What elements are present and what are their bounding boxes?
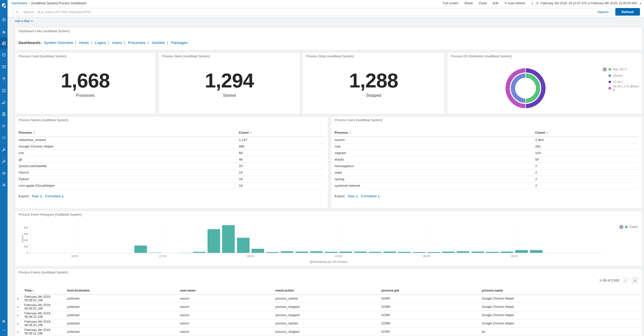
- sidebar-item-apm[interactable]: [0, 120, 8, 131]
- export-formatted-link[interactable]: Formatted: [361, 194, 380, 198]
- breadcrumb-dashboard-link[interactable]: Dashboard: [12, 2, 27, 5]
- table-row: Python18: [19, 176, 325, 182]
- add-filter-link[interactable]: Add a filter+: [15, 19, 33, 23]
- sidebar-expand-icon[interactable]: →: [0, 327, 8, 332]
- time-prev-icon[interactable]: ‹: [531, 1, 533, 5]
- row-expand-icon[interactable]: ▸: [17, 322, 19, 325]
- column-header-username[interactable]: user.name: [180, 287, 275, 294]
- export-formatted-link[interactable]: Formatted: [45, 194, 64, 198]
- time-next-icon[interactable]: ›: [639, 1, 641, 5]
- link-processes[interactable]: Processes: [128, 40, 146, 45]
- histogram-bar[interactable]: [442, 252, 455, 253]
- link-packages[interactable]: Packages: [171, 40, 188, 45]
- column-header-process-pid[interactable]: process.pid: [381, 287, 482, 294]
- column-header-event-action[interactable]: event.action: [275, 287, 381, 294]
- histogram-bar[interactable]: [354, 252, 367, 253]
- link-logins[interactable]: Logins: [95, 40, 106, 45]
- histogram-bar[interactable]: [383, 252, 396, 253]
- panel-process-stops: Process Stops [Auditbeat System] 1,288 S…: [302, 52, 445, 114]
- sidebar-item-monitoring[interactable]: [0, 168, 8, 179]
- machine-learning-icon: [2, 88, 6, 93]
- sidebar-item-maps[interactable]: [0, 73, 8, 84]
- row-expand-icon[interactable]: ▸: [17, 305, 19, 308]
- histogram-bar[interactable]: [515, 250, 528, 253]
- legend-item[interactable]: 18.04.1 LTS (Bionic B...: [613, 85, 642, 92]
- full-screen-button[interactable]: Full screen: [443, 2, 458, 5]
- column-header-process[interactable]: Process⇅: [19, 129, 239, 136]
- sidebar-item-canvas[interactable]: [0, 61, 8, 72]
- link-sockets[interactable]: Sockets: [152, 40, 165, 45]
- legend-toggle-icon[interactable]: ›: [603, 67, 607, 71]
- sidebar-item-management[interactable]: [0, 179, 8, 190]
- sidebar-item-graph[interactable]: [0, 144, 8, 155]
- histogram-bar[interactable]: [413, 252, 425, 253]
- histogram-bar[interactable]: [486, 252, 499, 253]
- histogram-bar[interactable]: [369, 252, 381, 253]
- kibana-logo-icon[interactable]: [0, 1, 8, 10]
- sidebar-item-discover[interactable]: [0, 14, 8, 25]
- search-input[interactable]: [23, 10, 594, 14]
- sidebar-item-logs[interactable]: [0, 109, 8, 120]
- sidebar-item-timelion[interactable]: [0, 50, 8, 61]
- row-expand-icon[interactable]: ▸: [17, 330, 19, 333]
- histogram-bar[interactable]: [339, 252, 352, 253]
- column-header-process-name[interactable]: process.name: [482, 287, 640, 294]
- histogram-bar[interactable]: [193, 252, 206, 253]
- legend-item[interactable]: Ubuntu: [613, 74, 623, 77]
- histogram-plot[interactable]: Count 18:0021:0000:0003:0006:0009:000200…: [30, 225, 602, 253]
- histogram-bar[interactable]: [281, 251, 293, 253]
- sidebar-item-dashboard[interactable]: [0, 38, 8, 49]
- column-header-count[interactable]: Count⇅: [535, 129, 638, 136]
- time-range-button[interactable]: February 3rd 2019, 16:22:07.472 to Febru…: [541, 2, 637, 5]
- os-donut-chart[interactable]: [504, 67, 547, 110]
- breadcrumb-separator: /: [29, 2, 29, 5]
- histogram-bar[interactable]: [266, 252, 279, 253]
- row-expand-icon[interactable]: ▸: [17, 297, 19, 300]
- histogram-bar[interactable]: [296, 252, 308, 253]
- legend-item[interactable]: Count: [629, 225, 637, 229]
- histogram-bar[interactable]: [457, 251, 469, 253]
- query-options-link[interactable]: Options: [597, 10, 609, 14]
- row-expand-icon[interactable]: ▸: [17, 314, 19, 317]
- histogram-bar[interactable]: [325, 252, 337, 253]
- column-header-count[interactable]: Count⇅: [239, 129, 325, 136]
- histogram-bar[interactable]: [178, 253, 191, 253]
- column-header-hostname[interactable]: host.hostname: [67, 287, 180, 294]
- link-system-overview[interactable]: System Overview: [44, 40, 73, 45]
- page-prev-button[interactable]: ‹: [622, 277, 629, 284]
- legend-toggle-icon[interactable]: ›: [619, 225, 623, 229]
- x-tick-label: 09:00: [507, 255, 522, 258]
- sidebar-item-dev-tools[interactable]: [0, 156, 8, 167]
- histogram-bar[interactable]: [530, 250, 543, 253]
- sidebar-item-machine-learning[interactable]: [0, 85, 8, 96]
- column-header-process[interactable]: Process⇅: [335, 129, 535, 136]
- histogram-bar[interactable]: [252, 249, 264, 253]
- legend-item[interactable]: 10.14.2: [613, 80, 623, 84]
- histogram-bar[interactable]: [237, 238, 250, 253]
- link-hosts[interactable]: Hosts: [79, 40, 89, 45]
- clone-button[interactable]: Clone: [479, 2, 487, 5]
- histogram-bar[interactable]: [134, 246, 147, 253]
- space-badge[interactable]: D: [1, 318, 7, 324]
- page-next-button[interactable]: ›: [631, 277, 638, 284]
- histogram-bar[interactable]: [471, 252, 484, 253]
- export-raw-link[interactable]: Raw: [32, 194, 43, 198]
- histogram-bar[interactable]: [208, 229, 220, 253]
- edit-button[interactable]: Edit: [493, 2, 499, 5]
- link-users[interactable]: Users: [112, 40, 122, 45]
- histogram-bar[interactable]: [149, 253, 162, 253]
- export-raw-link[interactable]: Raw: [348, 194, 358, 198]
- column-header-time[interactable]: Time▾: [24, 287, 67, 294]
- legend-item[interactable]: Mac OS X: [613, 68, 627, 71]
- histogram-bar[interactable]: [501, 252, 513, 253]
- sidebar-item-visualize[interactable]: [0, 26, 8, 37]
- histogram-bar[interactable]: [427, 252, 440, 253]
- refresh-button[interactable]: Refresh: [615, 8, 640, 16]
- sidebar-item-infrastructure[interactable]: [0, 97, 8, 108]
- histogram-bar[interactable]: [398, 252, 411, 253]
- sidebar-item-uptime[interactable]: [0, 132, 8, 143]
- share-button[interactable]: Share: [464, 2, 473, 5]
- histogram-bar[interactable]: [222, 225, 235, 253]
- auto-refresh-button[interactable]: ↻ Auto-refresh: [504, 1, 525, 5]
- histogram-bar[interactable]: [310, 251, 323, 253]
